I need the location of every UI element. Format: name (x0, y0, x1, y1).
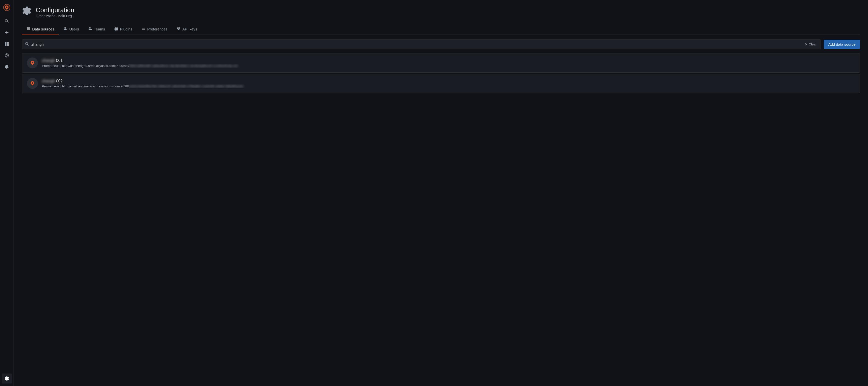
ds-icon (27, 78, 38, 89)
ds-type: Prometheus (42, 84, 59, 88)
clear-button[interactable]: ✕ Clear (803, 41, 818, 47)
ds-icon (27, 57, 38, 68)
ds-name-blurred: zhangh (42, 79, 55, 83)
tab-api-keys-label: API keys (182, 27, 197, 31)
sidebar-item-add[interactable] (2, 27, 12, 37)
ds-info: zhangh001 Prometheus | http://cn-chengdu… (42, 58, 855, 68)
tab-plugins[interactable]: Plugins (110, 24, 137, 34)
clear-x-icon: ✕ (805, 42, 808, 46)
page-subtitle: Organization: Main Org. (36, 14, 74, 18)
ds-name: zhangh001 (42, 58, 855, 63)
ds-name-suffix: 002 (56, 79, 63, 83)
tab-users-label: Users (69, 27, 79, 31)
page-header: Configuration Organization: Main Org. (22, 6, 860, 18)
tab-api-keys[interactable]: API keys (172, 24, 202, 34)
sidebar-item-explore[interactable] (2, 51, 12, 60)
page-header-text: Configuration Organization: Main Org. (36, 6, 74, 18)
ds-name-blurred: zhangh (42, 58, 55, 63)
grafana-logo[interactable] (2, 2, 12, 12)
add-data-source-button[interactable]: Add data source (824, 40, 860, 49)
main-content: Configuration Organization: Main Org. Da… (14, 0, 868, 386)
datasource-item[interactable]: zhangh001 Prometheus | http://cn-chengdu… (22, 53, 860, 73)
svg-rect-2 (5, 42, 6, 44)
data-sources-icon (26, 27, 30, 31)
ds-url-prefix: http://cn-zhangjiakou.arms.aliyuncs.com:… (62, 84, 129, 88)
tab-data-sources-label: Data sources (32, 27, 54, 31)
svg-point-7 (32, 62, 33, 63)
ds-name: zhangh002 (42, 79, 855, 83)
ds-url-blurred: f3bfc1d8fe4d8f ca8acd6ce1 dec3bc0b6c1 dc… (129, 64, 238, 68)
datasource-list: zhangh001 Prometheus | http://cn-chengdu… (22, 53, 860, 93)
sidebar-item-configuration[interactable] (2, 374, 12, 384)
datasource-item[interactable]: zhangh002 Prometheus | http://cn-zhangji… (22, 73, 860, 93)
configuration-icon (22, 6, 32, 18)
tab-preferences[interactable]: Preferences (137, 24, 172, 34)
tabs: Data sources Users Teams (22, 24, 860, 34)
sidebar (0, 0, 14, 386)
ds-url-prefix: http://cn-chengdu.arms.aliyuncs.com:9090… (62, 64, 129, 68)
tab-preferences-label: Preferences (147, 27, 167, 31)
clear-label: Clear (809, 42, 816, 46)
tab-data-sources[interactable]: Data sources (22, 24, 59, 34)
svg-rect-5 (7, 44, 9, 46)
sidebar-item-search[interactable] (2, 16, 12, 26)
search-icon (25, 42, 29, 47)
preferences-icon (141, 27, 145, 31)
ds-url-blurred: a1b2c3d4e5f6a7b8 c9d0e1f2 a3b4c5d6 e7f8a… (129, 84, 243, 88)
search-wrapper: ✕ Clear (22, 39, 821, 49)
api-keys-icon (177, 27, 180, 31)
sidebar-item-alerting[interactable] (2, 62, 12, 72)
search-bar-row: ✕ Clear Add data source (22, 39, 860, 49)
ds-info: zhangh002 Prometheus | http://cn-zhangji… (42, 79, 855, 88)
teams-icon (88, 27, 92, 31)
svg-rect-4 (5, 44, 6, 46)
page-title: Configuration (36, 6, 74, 14)
ds-meta: Prometheus | http://cn-chengdu.arms.aliy… (42, 64, 855, 68)
tab-plugins-label: Plugins (120, 27, 132, 31)
sidebar-item-dashboards[interactable] (2, 39, 12, 49)
svg-point-9 (32, 82, 33, 84)
ds-type: Prometheus (42, 64, 59, 68)
plugins-icon (114, 27, 118, 31)
tab-teams-label: Teams (94, 27, 105, 31)
svg-rect-3 (7, 42, 9, 44)
tab-teams[interactable]: Teams (84, 24, 110, 34)
ds-name-suffix: 001 (56, 58, 63, 63)
tab-users[interactable]: Users (59, 24, 83, 34)
users-icon (63, 27, 67, 31)
svg-point-1 (6, 6, 7, 8)
search-input[interactable] (22, 40, 820, 49)
ds-meta: Prometheus | http://cn-zhangjiakou.arms.… (42, 84, 855, 88)
